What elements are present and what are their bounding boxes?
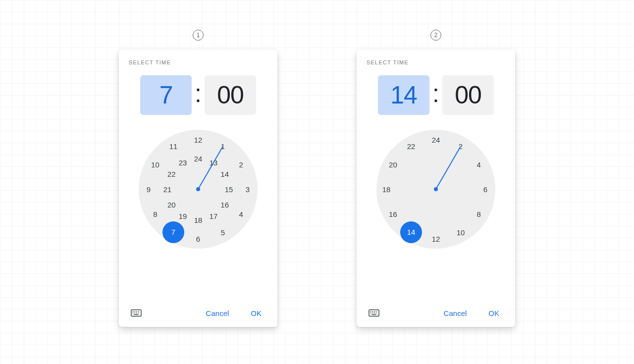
keyboard-icon[interactable] xyxy=(131,309,142,317)
time-colon: : xyxy=(194,79,203,111)
clock-number[interactable]: 11 xyxy=(169,142,178,151)
dialog-title: SELECT TIME xyxy=(367,59,505,65)
clock-number[interactable]: 20 xyxy=(167,201,176,209)
footer-actions: Cancel OK xyxy=(202,307,265,319)
keyboard-icon[interactable] xyxy=(369,309,379,317)
example-badge: 1 xyxy=(193,30,204,41)
clock-number[interactable]: 22 xyxy=(407,142,416,151)
clock-wrap: 2424681012141618202214 xyxy=(367,130,505,299)
hour-field[interactable]: 7 xyxy=(140,75,192,115)
clock-number[interactable]: 12 xyxy=(194,136,203,144)
clock-center-dot xyxy=(434,187,438,191)
clock-number[interactable]: 6 xyxy=(483,185,487,194)
clock-number[interactable]: 17 xyxy=(210,211,218,220)
hour-field[interactable]: 14 xyxy=(378,75,429,115)
clock-number[interactable]: 19 xyxy=(179,211,187,220)
clock-number[interactable]: 20 xyxy=(389,160,397,169)
clock-number[interactable]: 24 xyxy=(194,155,203,163)
ok-button[interactable]: OK xyxy=(484,307,503,319)
clock-number[interactable]: 9 xyxy=(147,185,151,194)
clock-number[interactable]: 3 xyxy=(246,185,250,194)
time-display-row: 7 : 00 xyxy=(129,75,267,115)
time-picker-dialog: SELECT TIME 7 : 00 121234567891011241314… xyxy=(119,50,277,327)
clock-number[interactable]: 18 xyxy=(382,185,391,194)
clock-hand xyxy=(198,146,223,190)
dialog-title: SELECT TIME xyxy=(129,59,267,65)
dialog-footer: Cancel OK xyxy=(367,299,505,327)
clock-number[interactable]: 5 xyxy=(221,228,225,236)
minute-field[interactable]: 00 xyxy=(205,75,256,115)
clock-number[interactable]: 4 xyxy=(239,210,243,218)
clock-hand xyxy=(435,146,461,190)
clock-number[interactable]: 4 xyxy=(476,160,480,169)
clock-number[interactable]: 16 xyxy=(389,210,397,218)
clock-number[interactable]: 14 xyxy=(220,170,229,178)
clock-number[interactable]: 24 xyxy=(432,136,440,144)
footer-actions: Cancel OK xyxy=(440,307,503,319)
example-column-2: 2 SELECT TIME 14 : 00 242468101214161820… xyxy=(357,30,515,327)
clock-number[interactable]: 12 xyxy=(432,235,440,243)
clock-number[interactable]: 10 xyxy=(457,228,465,236)
clock-number[interactable]: 8 xyxy=(153,210,157,218)
time-colon: : xyxy=(431,79,440,111)
clock-number[interactable]: 10 xyxy=(151,160,159,169)
stage: 1 SELECT TIME 7 : 00 1212345678910112413… xyxy=(0,0,634,364)
cancel-button[interactable]: Cancel xyxy=(440,307,471,319)
clock-center-dot xyxy=(196,187,200,191)
clock-face[interactable]: 1212345678910112413141516171819202122237 xyxy=(139,130,258,249)
cancel-button[interactable]: Cancel xyxy=(202,307,233,319)
clock-number[interactable]: 23 xyxy=(179,158,187,167)
clock-wrap: 1212345678910112413141516171819202122237 xyxy=(129,130,267,299)
clock-selector-thumb[interactable]: 7 xyxy=(162,221,184,243)
clock-number[interactable]: 22 xyxy=(167,170,176,178)
clock-number[interactable]: 2 xyxy=(239,160,243,169)
clock-number[interactable]: 8 xyxy=(476,210,480,218)
minute-field[interactable]: 00 xyxy=(442,75,494,115)
clock-selector-thumb[interactable]: 14 xyxy=(400,221,422,243)
clock-face[interactable]: 2424681012141618202214 xyxy=(376,130,495,249)
example-badge: 2 xyxy=(430,30,441,41)
time-picker-dialog: SELECT TIME 14 : 00 24246810121416182022… xyxy=(357,50,515,327)
clock-number[interactable]: 18 xyxy=(194,216,203,224)
ok-button[interactable]: OK xyxy=(247,307,265,319)
clock-number[interactable]: 21 xyxy=(163,185,172,194)
clock-number[interactable]: 15 xyxy=(225,185,233,194)
example-column-1: 1 SELECT TIME 7 : 00 1212345678910112413… xyxy=(119,30,277,327)
clock-number[interactable]: 6 xyxy=(196,235,200,243)
dialog-footer: Cancel OK xyxy=(129,299,267,327)
clock-number[interactable]: 16 xyxy=(220,201,229,209)
time-display-row: 14 : 00 xyxy=(367,75,505,115)
